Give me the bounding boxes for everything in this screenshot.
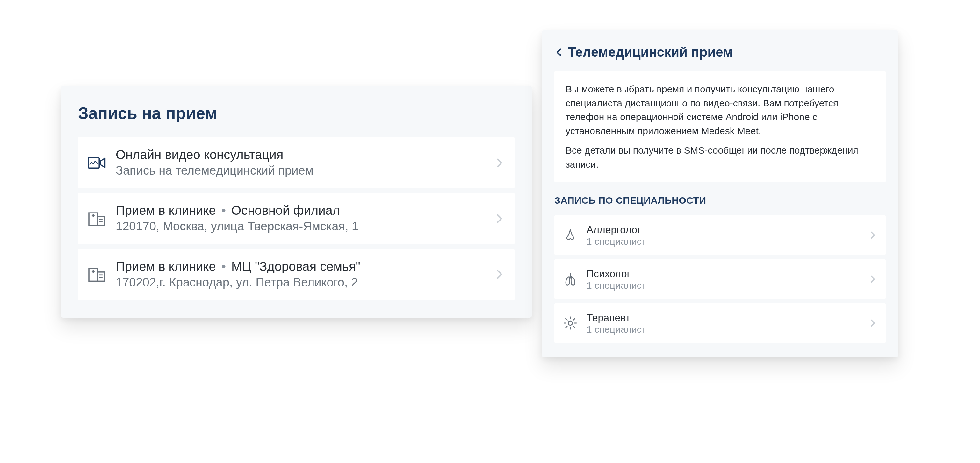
lungs-icon [562,271,578,287]
appointment-options-list: Онлайн видео консультация Запись на теле… [78,137,514,300]
option-title: Прием в клинике • МЦ "Здоровая семья" [116,258,485,274]
specialty-therapist[interactable]: Терапевт 1 специалист [554,303,886,343]
gear-icon [562,315,578,331]
svg-rect-9 [97,272,104,282]
specialty-name: Аллерголог [587,223,860,236]
chevron-right-icon [868,274,878,284]
svg-line-21 [566,326,568,328]
info-paragraph: Все детали вы получите в SMS-сообщении п… [565,143,875,171]
chevron-right-icon [494,213,505,224]
nose-icon [562,227,578,243]
option-online-video[interactable]: Онлайн видео консультация Запись на теле… [78,137,514,188]
svg-line-19 [566,319,568,320]
telemedicine-panel: Телемедицинский прием Вы можете выбрать … [542,30,899,357]
info-card: Вы можете выбрать время и получить консу… [554,71,886,182]
svg-line-22 [573,319,575,320]
option-title: Онлайн видео консультация [116,146,485,162]
video-camera-icon [88,154,106,172]
specialty-count: 1 специалист [587,280,860,291]
specialty-psychologist[interactable]: Психолог 1 специалист [554,259,886,299]
chevron-right-icon [494,158,505,168]
chevron-left-icon [554,48,563,57]
svg-marker-1 [100,158,105,167]
hospital-building-icon [88,209,106,228]
option-clinic-main[interactable]: Прием в клинике • Основной филиал 120170… [78,193,514,244]
panel-title: Запись на прием [78,103,514,123]
option-clinic-healthy-family[interactable]: Прием в клинике • МЦ "Здоровая семья" 17… [78,249,514,300]
svg-rect-3 [97,216,104,226]
back-button[interactable]: Телемедицинский прием [554,45,886,60]
section-label-specialty: ЗАПИСЬ ПО СПЕЦИАЛЬНОСТИ [554,195,886,206]
chevron-right-icon [868,231,878,240]
svg-point-14 [568,321,572,325]
hospital-building-icon [88,265,106,283]
chevron-right-icon [494,269,505,280]
specialty-list: Аллерголог 1 специалист Психолог [554,215,886,343]
info-paragraph: Вы можете выбрать время и получить консу… [565,82,875,138]
option-subtitle: 120170, Москва, улица Тверская-Ямская, 1 [116,218,485,234]
panel-title: Телемедицинский прием [568,45,733,60]
specialty-name: Терапевт [587,311,860,324]
specialty-count: 1 специалист [587,324,860,335]
appointment-panel: Запись на прием Онлайн видео консультаци… [60,86,532,318]
option-subtitle: 170202,г. Краснодар, ул. Петра Великого,… [116,274,485,291]
option-subtitle: Запись на телемедицинский прием [116,162,485,179]
option-title: Прием в клинике • Основной филиал [116,202,485,218]
svg-line-20 [573,326,575,328]
specialty-allergist[interactable]: Аллерголог 1 специалист [554,215,886,255]
chevron-right-icon [868,318,878,328]
specialty-count: 1 специалист [587,236,860,247]
specialty-name: Психолог [587,267,860,280]
